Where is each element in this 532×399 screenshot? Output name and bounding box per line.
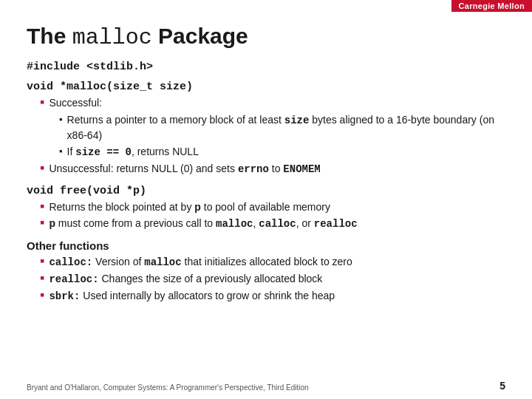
bullet-text: realloc: Changes the size of a previousl… <box>49 271 322 287</box>
list-item: ▪ Unsuccessful: returns NULL (0) and set… <box>27 161 505 177</box>
code-inline: calloc <box>259 218 296 230</box>
other-functions-title: Other functions <box>27 239 505 252</box>
list-item: ▪ calloc: Version of malloc that initial… <box>27 254 505 270</box>
bullet-text: Returns a pointer to a memory block of a… <box>67 112 505 143</box>
free-signature: void free(void *p) <box>27 185 505 197</box>
include-section: #include <stdlib.h> <box>27 61 505 73</box>
bullet-marker: ▪ <box>40 287 44 304</box>
code-inline: size <box>284 115 310 126</box>
emphasis: p <box>49 217 55 229</box>
free-bullets: ▪ Returns the block pointed at by p to p… <box>27 200 505 232</box>
slide: Carnegie Mellon The malloc Package #incl… <box>0 0 532 399</box>
list-item: ▪ realloc: Changes the size of a previou… <box>27 271 505 287</box>
code-inline: ENOMEM <box>283 163 320 175</box>
slide-title: The malloc Package <box>27 24 505 50</box>
bullet-marker: ▪ <box>40 253 44 270</box>
malloc-section: void *malloc(size_t size) ▪ Successful: … <box>27 81 505 177</box>
footer-citation: Bryant and O'Hallaron, Computer Systems:… <box>27 383 309 392</box>
bullet-marker: ▪ <box>40 215 44 231</box>
brand-header: Carnegie Mellon <box>451 0 532 12</box>
malloc-bullets: ▪ Successful: ▪ Returns a pointer to a m… <box>27 95 505 177</box>
bullet-text: Returns the block pointed at by p to poo… <box>49 200 330 214</box>
list-item: ▪ If size == 0, returns NULL <box>27 144 505 160</box>
list-item: ▪ sbrk: Used internally by allocators to… <box>27 288 505 304</box>
list-item: ▪ Returns the block pointed at by p to p… <box>27 200 505 215</box>
bullet-text: sbrk: Used internally by allocators to g… <box>49 288 335 304</box>
sub-bullet-marker: ▪ <box>59 114 63 126</box>
list-item: ▪ Returns a pointer to a memory block of… <box>27 112 505 143</box>
bullet-text: calloc: Version of malloc that initializ… <box>49 254 352 270</box>
code-inline: malloc <box>216 218 253 230</box>
bullet-text: If size == 0, returns NULL <box>67 144 199 160</box>
slide-footer: Bryant and O'Hallaron, Computer Systems:… <box>27 380 505 392</box>
bullet-text: Successful: <box>49 95 102 110</box>
code-inline: errno <box>238 163 269 175</box>
code-inline: realloc <box>314 218 358 230</box>
code-inline: malloc <box>144 256 181 268</box>
code-inline: sbrk: <box>49 290 80 302</box>
code-inline: realloc: <box>49 273 98 285</box>
code-inline: size == 0 <box>75 146 132 158</box>
footer-page-number: 5 <box>499 380 505 392</box>
bullet-text: Unsuccessful: returns NULL (0) and sets … <box>49 161 320 177</box>
emphasis: p <box>194 201 201 213</box>
bullet-marker: ▪ <box>40 270 44 287</box>
bullet-marker: ▪ <box>40 160 44 177</box>
list-item: ▪ Successful: <box>27 95 505 111</box>
list-item: ▪ p must come from a previous call to ma… <box>27 216 505 231</box>
bullet-marker: ▪ <box>40 95 44 111</box>
sub-bullet-marker: ▪ <box>59 146 63 157</box>
other-bullets: ▪ calloc: Version of malloc that initial… <box>27 254 505 304</box>
bullet-marker: ▪ <box>40 199 44 215</box>
free-section: void free(void *p) ▪ Returns the block p… <box>27 185 505 232</box>
code-inline: calloc: <box>49 256 92 268</box>
include-line: #include <stdlib.h> <box>27 61 505 73</box>
bullet-text: p must come from a previous call to mall… <box>49 216 357 231</box>
malloc-signature: void *malloc(size_t size) <box>27 81 505 93</box>
other-section: Other functions ▪ calloc: Version of mal… <box>27 239 505 304</box>
